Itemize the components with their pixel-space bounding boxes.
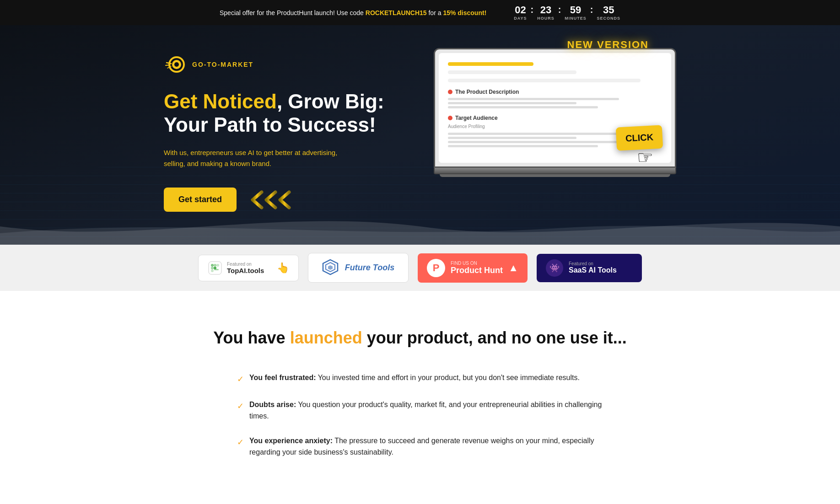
countdown-sep-3: : [590,5,593,15]
svg-line-5 [166,65,170,65]
check-icon-3: ✓ [237,436,244,449]
topai-icon [208,261,222,275]
svg-point-8 [211,264,214,267]
screen-audience-label: Target Audience [448,115,662,121]
pain-item-2: ✓ Doubts arise: You question your produc… [237,399,603,422]
hero-wave [0,208,840,245]
hero-cta: Get started [164,188,406,212]
hero-section: GO-TO-MARKET Get Noticed, Grow Big: Your… [0,25,840,245]
topai-emoji: 👆 [277,262,289,274]
check-icon-1: ✓ [237,373,244,386]
badge-product-hunt[interactable]: P FIND US ON Product Hunt ▲ [418,253,528,283]
svg-marker-17 [328,265,333,270]
logo-icon [164,53,188,76]
hero-right: NEW VERSION The Product Description [434,43,676,177]
pain-item-3: ✓ You experience anxiety: The pressure t… [237,435,603,458]
countdown-minutes: 59 MINUTES [565,5,587,21]
ph-label: Product Hunt [451,266,503,275]
headline-launched: launched [290,328,362,347]
future-label: Future Tools [345,263,394,273]
countdown-days: 02 DAYS [514,5,527,21]
svg-point-10 [211,269,214,272]
topai-pre-label: Featured on [227,262,264,267]
headline-highlight: Get Noticed [164,90,277,113]
countdown-hours: 23 HOURS [537,5,555,21]
ph-arrow: ▲ [508,262,518,274]
hero-subtitle: With us, entrepreneurs use AI to get bet… [164,147,347,169]
svg-point-9 [211,267,214,269]
saas-label: SaaS AI Tools [569,266,617,274]
pain-text-2: Doubts arise: You question your product'… [249,399,603,422]
headline-normal: You have [213,328,290,347]
svg-point-12 [216,264,219,267]
pain-text-1: You feel frustrated: You invested time a… [249,372,580,384]
screen-product-label: The Product Description [448,89,662,95]
hero-headline: Get Noticed, Grow Big: Your Path to Succ… [164,90,406,136]
countdown-timer: 02 DAYS : 23 HOURS : 59 MINUTES : 35 SEC… [514,5,620,21]
ph-pre-label: FIND US ON [451,261,503,266]
check-icon-2: ✓ [237,400,244,413]
banner-text: Special offer for the ProductHunt launch… [220,9,486,16]
logo-area: GO-TO-MARKET [164,53,406,76]
banner-discount: 15% discount! [443,9,486,16]
pain-text-3: You experience anxiety: The pressure to … [249,435,603,458]
get-started-button[interactable]: Get started [164,188,237,212]
headline-end: your product, and no one use it... [362,328,627,347]
badge-future[interactable]: Future Tools [308,253,409,283]
svg-point-3 [174,62,179,67]
topai-label: TopAI.tools [227,267,264,274]
countdown-sep-1: : [530,5,533,15]
badge-topai[interactable]: Featured on TopAI.tools 👆 [198,255,299,281]
chevrons-icon [246,188,301,211]
featured-bar: Featured on TopAI.tools 👆 Future Tools P… [0,245,840,291]
top-banner: Special offer for the ProductHunt launch… [0,0,840,25]
svg-rect-14 [214,269,219,270]
banner-code: ROCKETLAUNCH15 [366,9,427,16]
cursor-icon: ☞ [637,147,653,168]
main-content: You have launched your product, and no o… [168,291,672,499]
hero-left: GO-TO-MARKET Get Noticed, Grow Big: Your… [164,43,406,212]
logo-name: GO-TO-MARKET [192,61,253,68]
section-headline: You have launched your product, and no o… [187,327,653,349]
countdown-sep-2: : [558,5,561,15]
future-icon [322,259,339,277]
pain-item-1: ✓ You feel frustrated: You invested time… [237,372,603,386]
ph-icon: P [427,259,445,277]
badge-saas[interactable]: 👾 Featured on SaaS AI Tools [537,254,642,282]
laptop-mockup: The Product Description Target Audience … [434,48,676,177]
banner-message: Special offer for the ProductHunt launch… [220,9,364,16]
banner-suffix: for a [428,9,441,16]
saas-icon: 👾 [546,259,563,277]
pain-points-list: ✓ You feel frustrated: You invested time… [237,372,603,458]
svg-point-11 [214,264,216,267]
saas-pre-label: Featured on [569,261,617,266]
new-version-badge: NEW VERSION [567,39,649,51]
countdown-seconds: 35 SECONDS [597,5,621,21]
